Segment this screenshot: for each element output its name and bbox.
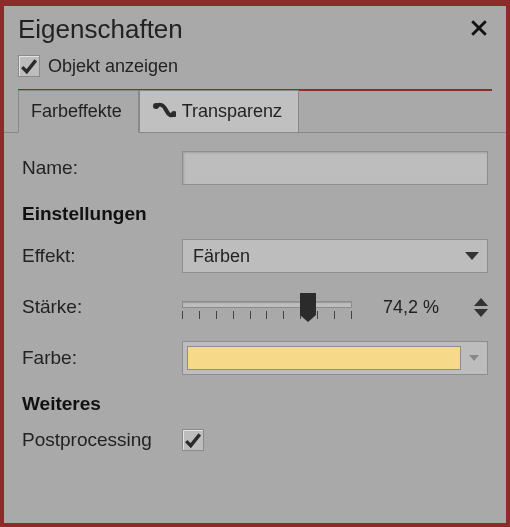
name-label: Name: bbox=[22, 157, 182, 179]
strength-slider[interactable] bbox=[182, 291, 352, 323]
row-postprocessing: Postprocessing bbox=[22, 429, 488, 451]
transparency-icon bbox=[152, 102, 176, 122]
check-icon bbox=[20, 57, 38, 75]
strength-control: 74,2 % bbox=[182, 291, 488, 323]
effect-select[interactable]: Färben bbox=[182, 239, 488, 273]
close-icon bbox=[470, 19, 488, 37]
tab-color-effects[interactable]: Farbeffekte bbox=[18, 90, 139, 133]
show-object-row: Objekt anzeigen bbox=[4, 49, 506, 89]
effect-label: Effekt: bbox=[22, 245, 182, 267]
color-label: Farbe: bbox=[22, 347, 182, 369]
chevron-down-icon bbox=[465, 252, 479, 260]
row-color: Farbe: bbox=[22, 341, 488, 375]
color-picker[interactable] bbox=[182, 341, 488, 375]
panel-header: Eigenschaften bbox=[4, 6, 506, 49]
color-swatch bbox=[187, 346, 461, 370]
strength-label: Stärke: bbox=[22, 296, 182, 318]
tab-transparency[interactable]: Transparenz bbox=[139, 90, 299, 133]
spinner-up[interactable] bbox=[474, 298, 488, 306]
slider-thumb[interactable] bbox=[300, 293, 316, 315]
check-icon bbox=[184, 431, 202, 449]
effect-value: Färben bbox=[193, 246, 250, 267]
svg-point-2 bbox=[153, 103, 159, 109]
tab-label: Transparenz bbox=[182, 101, 282, 122]
properties-panel: Eigenschaften Objekt anzeigen Farbeffekt… bbox=[0, 0, 510, 527]
section-more: Weiteres bbox=[22, 393, 488, 415]
color-dropdown[interactable] bbox=[465, 346, 483, 370]
form-body: Name: Einstellungen Effekt: Färben Stärk… bbox=[4, 133, 506, 451]
slider-track bbox=[182, 301, 352, 308]
close-button[interactable] bbox=[466, 15, 492, 45]
chevron-down-icon bbox=[469, 355, 479, 361]
show-object-label: Objekt anzeigen bbox=[48, 56, 178, 77]
slider-ticks bbox=[182, 311, 352, 321]
name-input[interactable] bbox=[182, 151, 488, 185]
strength-value[interactable]: 74,2 % bbox=[364, 292, 458, 322]
row-effect: Effekt: Färben bbox=[22, 239, 488, 273]
panel-title: Eigenschaften bbox=[18, 14, 183, 45]
spinner-down[interactable] bbox=[474, 309, 488, 317]
strength-spinner bbox=[474, 298, 488, 317]
row-strength: Stärke: 74,2 % bbox=[22, 291, 488, 323]
show-object-checkbox[interactable] bbox=[18, 55, 40, 77]
section-settings: Einstellungen bbox=[22, 203, 488, 225]
tab-label: Farbeffekte bbox=[31, 101, 122, 122]
tab-row: Farbeffekte Transparenz bbox=[4, 89, 506, 133]
row-name: Name: bbox=[22, 151, 488, 185]
postprocessing-checkbox[interactable] bbox=[182, 429, 204, 451]
postprocessing-label: Postprocessing bbox=[22, 429, 182, 451]
